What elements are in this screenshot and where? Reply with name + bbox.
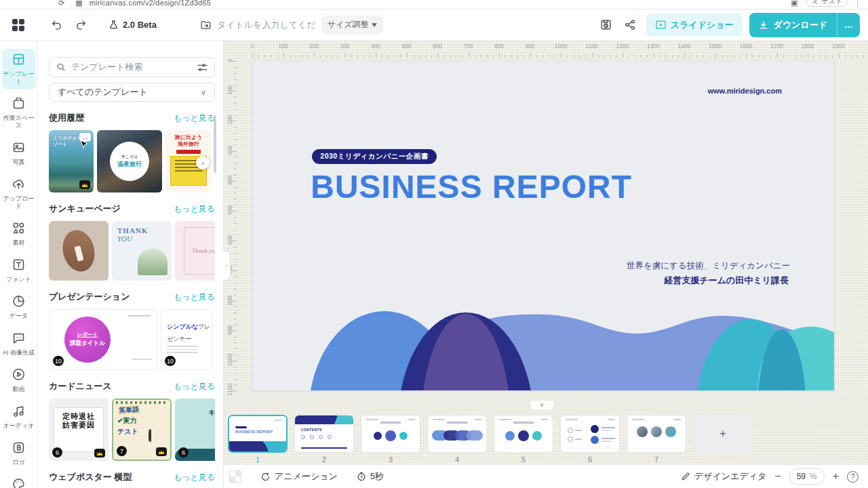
carousel-next-button[interactable]: ›: [196, 156, 210, 169]
download-button[interactable]: ダウンロード …: [749, 13, 860, 37]
template-thumbnail[interactable]: キャラ公6: [175, 399, 215, 461]
template-thumbnail[interactable]: 定時退社妨害要因6: [49, 399, 108, 461]
sidebar-item-template[interactable]: テンプレート: [2, 49, 36, 89]
filmstrip: BUSINESS REPORT1CONTENTS234567+: [228, 415, 753, 464]
reload-icon[interactable]: ⟳: [58, 0, 64, 6]
sidebar-item-data[interactable]: データ: [2, 291, 36, 324]
browser-menu-icon[interactable]: ⋮: [854, 0, 861, 7]
sidebar-item-elements[interactable]: 素材: [2, 218, 36, 251]
sidebar-item-video[interactable]: 動画: [2, 364, 36, 397]
help-button[interactable]: ?: [847, 471, 859, 483]
panel-section: 使用履歴もっと見るミリホテルリゾート…冬こそは温泉旅行旅に出よう海外旅行›: [49, 112, 215, 192]
crown-premium-icon: [94, 449, 105, 458]
redo-button[interactable]: [72, 16, 90, 34]
wave-graphics[interactable]: [252, 302, 834, 390]
template-thumbnail[interactable]: レポート課題タイトル10: [49, 309, 157, 370]
template-panel: テンプレート検索 すべてのテンプレート ∨ 使用履歴もっと見るミリホテルリゾート…: [38, 41, 224, 488]
add-slide-button[interactable]: +: [693, 415, 753, 464]
panel-scrollbar[interactable]: [214, 115, 216, 173]
thumb-row: ミリホテルリゾート…冬こそは温泉旅行旅に出よう海外旅行›: [49, 130, 215, 192]
sidebar-item-label: 作業スペース: [2, 115, 36, 129]
slide-title[interactable]: BUSINESS REPORT: [311, 168, 632, 205]
slide-thumbnail-image[interactable]: [560, 415, 620, 453]
sidebar-item-upload[interactable]: アップロード: [2, 174, 36, 214]
cursor-pointer-icon: [80, 140, 88, 152]
design-title-input[interactable]: タイトルを入力してくだ: [217, 19, 316, 31]
ai-image-icon: [12, 331, 26, 348]
animation-button[interactable]: アニメーション: [260, 470, 338, 483]
template-search-input[interactable]: テンプレート検索: [49, 57, 215, 77]
template-thumbnail[interactable]: Thank you: [175, 221, 215, 281]
site-info-icon[interactable]: ▦: [75, 0, 82, 6]
beta-badge[interactable]: 2.0 Beta: [108, 20, 157, 30]
save-history-button[interactable]: [597, 16, 615, 34]
sidebar-item-ai-image[interactable]: AI 画像生成: [2, 327, 36, 361]
see-more-link[interactable]: もっと見る: [174, 381, 215, 392]
thumb-label: ミリホテルリゾート: [53, 135, 83, 147]
app-menu-button[interactable]: [12, 19, 24, 31]
see-more-link[interactable]: もっと見る: [174, 291, 215, 303]
slide-subtitle-1[interactable]: 世界を虜にする技術、ミリディカンパニー: [627, 260, 790, 272]
slide-subtitle-2[interactable]: 経営支援チームの田中ミリ課長: [664, 274, 789, 287]
share-button[interactable]: [622, 16, 639, 34]
panel-section: カードニュースもっと見る定時退社妨害要因6英単語✔実力テスト7キャラ公6: [49, 380, 215, 461]
slide-thumbnail-1[interactable]: BUSINESS REPORT1: [228, 415, 288, 464]
sidebar-item-audio[interactable]: オーディオ: [2, 401, 36, 434]
slide-canvas[interactable]: www.miridesign.com 2030ミリディカンパニー企画書 BUSI…: [252, 61, 834, 390]
panel-collapse-handle[interactable]: ‹: [223, 251, 231, 281]
filmstrip-collapse-tab[interactable]: ∨: [530, 401, 554, 411]
bookmark-icon[interactable]: ▣: [791, 0, 797, 6]
zoom-out-button[interactable]: −: [774, 470, 781, 483]
slide-thumbnail-6[interactable]: 6: [560, 415, 620, 464]
sidebar-item-label: テンプレート: [2, 70, 36, 85]
zoom-in-button[interactable]: +: [833, 470, 839, 483]
undo-button[interactable]: [47, 16, 65, 34]
sidebar-item-theme[interactable]: テーマ: [2, 474, 36, 488]
slide-badge[interactable]: 2030ミリディカンパニー企画書: [312, 149, 437, 164]
slide-thumbnail-image[interactable]: [361, 415, 420, 453]
template-icon: [12, 52, 26, 69]
slideshow-button[interactable]: スライドショー: [646, 14, 743, 37]
design-editor-button[interactable]: デザインエディタ: [681, 470, 766, 483]
profile-chip[interactable]: ゲスト: [806, 0, 848, 7]
template-thumbnail[interactable]: シンプルなプレゼンテー10: [161, 309, 212, 370]
slide-thumbnail-image[interactable]: CONTENTS: [294, 415, 354, 453]
slide-thumbnail-image[interactable]: [627, 415, 686, 453]
template-filter-select[interactable]: すべてのテンプレート ∨: [49, 83, 215, 102]
sidebar-item-logo[interactable]: ロゴ: [2, 437, 36, 470]
slide-duration-button[interactable]: 5秒: [357, 470, 384, 483]
download-more-button[interactable]: …: [837, 13, 860, 37]
see-more-link[interactable]: もっと見る: [174, 113, 215, 124]
play-icon: [656, 20, 666, 29]
background-transparency-button[interactable]: [229, 470, 241, 483]
folder-move-icon[interactable]: [200, 19, 212, 30]
zoom-level-input[interactable]: 59 %: [789, 468, 825, 485]
slide-thumbnail-image[interactable]: BUSINESS REPORT: [228, 415, 288, 453]
template-thumbnail[interactable]: 英単語✔実力テスト7: [112, 399, 172, 461]
sidebar-item-photo[interactable]: 写真: [2, 137, 36, 170]
template-thumbnail[interactable]: 冬こそは温泉旅行: [97, 130, 162, 192]
template-thumbnail[interactable]: ミリホテルリゾート…: [49, 130, 94, 192]
slide-thumbnail-3[interactable]: 3: [361, 415, 420, 464]
search-placeholder: テンプレート検索: [71, 61, 192, 73]
size-adjust-chip[interactable]: サイズ調整: [321, 16, 384, 34]
slide-thumbnail-7[interactable]: 7: [627, 415, 686, 464]
template-thumbnail[interactable]: THANKYOU: [112, 221, 172, 281]
slide-thumbnail-image[interactable]: [494, 415, 553, 453]
filter-sliders-icon[interactable]: [197, 63, 208, 72]
slide-thumbnail-5[interactable]: 5: [494, 415, 553, 464]
slide-thumbnail-2[interactable]: CONTENTS2: [294, 415, 354, 464]
section-header: サンキューページもっと見る: [49, 203, 215, 215]
sidebar-item-workspace[interactable]: 作業スペース: [2, 93, 36, 134]
see-more-link[interactable]: もっと見る: [174, 203, 215, 215]
slide-thumbnail-image[interactable]: [427, 415, 487, 453]
see-more-link[interactable]: もっと見る: [174, 472, 215, 483]
slide-thumbnail-4[interactable]: 4: [427, 415, 487, 464]
template-thumbnail[interactable]: [49, 221, 108, 281]
sidebar-item-font[interactable]: フォント: [2, 254, 36, 287]
undo-icon: [51, 19, 62, 30]
plus-icon[interactable]: +: [693, 415, 753, 453]
url-text[interactable]: miricanvas.com/v2/design/1Zd3d65: [90, 0, 211, 7]
slide-site-url[interactable]: www.miridesign.com: [707, 87, 782, 95]
section-title: カードニュース: [49, 380, 112, 392]
